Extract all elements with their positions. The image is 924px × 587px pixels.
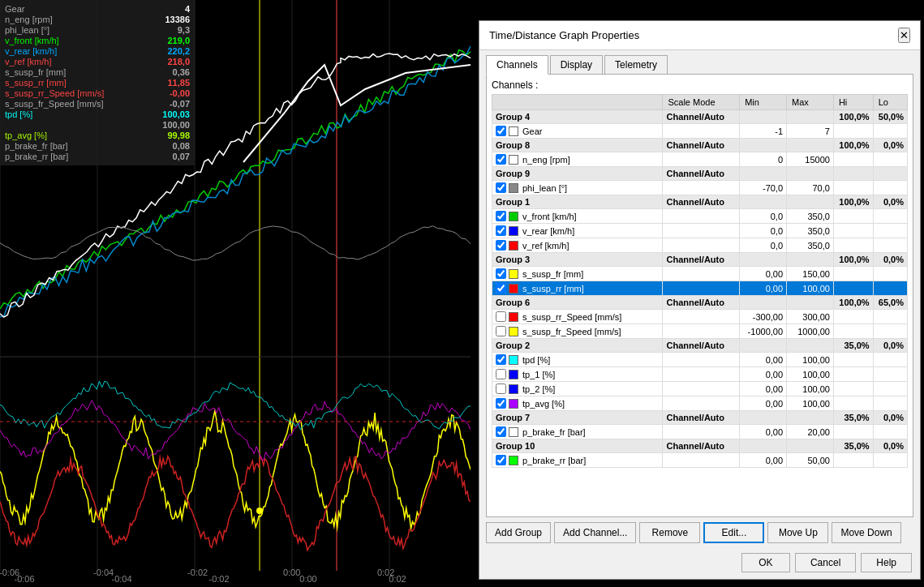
group-row[interactable]: Group 3 Channel/Auto 100,0% 0,0% [492, 253, 908, 267]
channel-row[interactable]: n_eng [rpm] 0 15000 [492, 152, 908, 167]
remove-button[interactable]: Remove [639, 522, 700, 543]
channel-row[interactable]: tp_2 [%] 0,00 100,00 [492, 382, 908, 396]
channel-row[interactable]: p_brake_fr [bar] 0,00 20,00 [492, 425, 908, 439]
col-hi-header: Hi [833, 95, 873, 110]
group-row[interactable]: Group 4 Channel/Auto 100,0% 50,0% [492, 110, 908, 124]
tab-telemetry[interactable]: Telemetry [604, 55, 668, 74]
ok-button[interactable]: OK [741, 553, 790, 572]
col-max-header: Max [787, 95, 834, 110]
tab-display[interactable]: Display [550, 55, 603, 74]
add-group-button[interactable]: Add Group [486, 522, 551, 543]
group-row[interactable]: Group 9 Channel/Auto [492, 167, 908, 181]
channels-label: Channels : [492, 79, 908, 91]
tab-channels[interactable]: Channels [486, 55, 548, 75]
col-scale-header: Scale Mode [663, 95, 740, 110]
col-name-header [492, 95, 663, 110]
cancel-button[interactable]: Cancel [795, 553, 856, 572]
channels-table: Scale Mode Min Max Hi Lo Group 4 Channel… [492, 94, 908, 468]
channel-row[interactable]: tp_avg [%] 0,00 100,00 [492, 396, 908, 411]
group-row[interactable]: Group 2 Channel/Auto 35,0% 0,0% [492, 339, 908, 353]
help-button[interactable]: Help [861, 553, 912, 572]
group-row[interactable]: Group 6 Channel/Auto 100,0% 65,0% [492, 296, 908, 310]
add-channel-button[interactable]: Add Channel... [554, 522, 636, 543]
group-row[interactable]: Group 10 Channel/Auto 35,0% 0,0% [492, 439, 908, 453]
dialog-tabs: Channels Display Telemetry [479, 50, 920, 74]
channels-table-scroll[interactable]: Scale Mode Min Max Hi Lo Group 4 Channel… [492, 94, 908, 512]
dialog-titlebar: Time/Distance Graph Properties ✕ [479, 21, 920, 50]
dialog: Time/Distance Graph Properties ✕ Channel… [479, 20, 921, 580]
col-lo-header: Lo [873, 95, 907, 110]
dialog-title: Time/Distance Graph Properties [489, 29, 639, 41]
col-min-header: Min [740, 95, 787, 110]
move-up-button[interactable]: Move Up [767, 522, 828, 543]
channel-row[interactable]: v_rear [km/h] 0,0 350,0 [492, 224, 908, 238]
channel-row[interactable]: v_front [km/h] 0,0 350,0 [492, 209, 908, 224]
channel-row[interactable]: p_brake_rr [bar] 0,00 50,00 [492, 453, 908, 468]
group-row[interactable]: Group 8 Channel/Auto 100,0% 0,0% [492, 139, 908, 152]
channel-row[interactable]: tpd [%] 0,00 100,00 [492, 353, 908, 367]
dialog-bottom-buttons: Add Group Add Channel... Remove Edit... … [479, 517, 920, 548]
channel-row[interactable]: v_ref [km/h] 0,0 350,0 [492, 238, 908, 253]
move-down-button[interactable]: Move Down [832, 522, 900, 543]
legend: Gear4 n_eng [rpm]13386 phi_lean [°]9,3 v… [0, 0, 195, 165]
channel-row[interactable]: s_susp_rr [mm] 0,00 100,00 [492, 281, 908, 296]
channel-row[interactable]: tp_1 [%] 0,00 100,00 [492, 367, 908, 382]
channel-row[interactable]: s_susp_rr_Speed [mm/s] -300,00 300,00 [492, 310, 908, 324]
edit-button[interactable]: Edit... [703, 522, 764, 543]
group-row[interactable]: Group 7 Channel/Auto 35,0% 0,0% [492, 411, 908, 425]
channel-row[interactable]: s_susp_fr_Speed [mm/s] -1000,00 1000,00 [492, 324, 908, 339]
dialog-ok-cancel-row: OK Cancel Help [479, 548, 920, 579]
channel-row[interactable]: s_susp_fr [mm] 0,00 150,00 [492, 267, 908, 281]
dialog-content: Channels : Scale Mode Min Max Hi Lo Grou… [486, 74, 913, 517]
channel-row[interactable]: Gear -1 7 [492, 124, 908, 139]
close-button[interactable]: ✕ [898, 28, 910, 43]
channel-row[interactable]: phi_lean [°] -70,0 70,0 [492, 181, 908, 195]
group-row[interactable]: Group 1 Channel/Auto 100,0% 0,0% [492, 195, 908, 209]
